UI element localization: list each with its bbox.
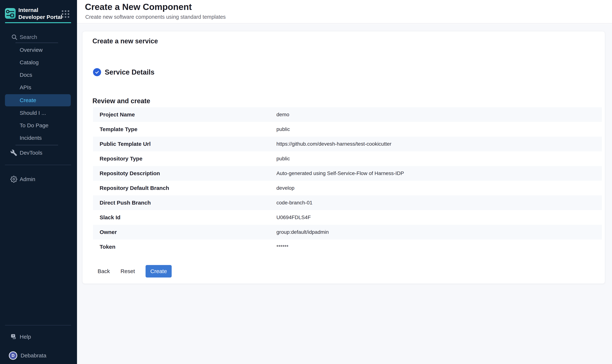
card-title: Create a new service (93, 37, 158, 45)
step-service-details[interactable]: Service Details (93, 68, 154, 76)
divider (5, 325, 71, 325)
sidebar-item-should-i[interactable]: Should I ... (0, 107, 77, 119)
table-row: Repository Type public (93, 151, 602, 166)
sidebar-item-admin[interactable]: Admin (0, 173, 77, 185)
divider (15, 43, 58, 43)
sidebar-item-overview[interactable]: Overview (0, 44, 77, 56)
reset-button[interactable]: Reset (120, 268, 135, 274)
sidebar-item-create-selected[interactable]: Create (0, 94, 77, 106)
table-row: Project Name demo (93, 107, 602, 122)
wrench-icon (10, 149, 17, 156)
form-actions: Back Reset Create (98, 265, 172, 277)
sidebar-item-apis[interactable]: APIs (0, 81, 77, 94)
sidebar-user[interactable]: D Debabrata (0, 349, 77, 363)
sidebar-accent-divider (5, 22, 71, 23)
help-chat-icon: ? (10, 333, 17, 340)
sidebar-item-catalog[interactable]: Catalog (0, 56, 77, 69)
table-row: Direct Push Branch code-branch-01 (93, 195, 602, 210)
table-row: Owner group:default/idpadmin (93, 225, 602, 239)
sidebar-item-incidents[interactable]: Incidents (0, 132, 77, 144)
page-title: Create a New Component (85, 2, 192, 12)
table-row: Token ****** (93, 239, 602, 254)
avatar: D (9, 351, 17, 360)
user-name: Debabrata (21, 352, 46, 359)
search-placeholder: Search (20, 34, 37, 40)
apps-grid-icon[interactable] (62, 10, 70, 18)
page-header: Create a New Component Create new softwa… (77, 0, 612, 24)
sidebar-item-devtools[interactable]: DevTools (0, 146, 77, 159)
brand-title: Internal Developer Portal (18, 7, 63, 21)
sidebar: Internal Developer Portal Search Overvie… (0, 0, 77, 364)
content-area: Create a new service Service Details Rev… (77, 24, 612, 364)
svg-text:?: ? (12, 334, 14, 337)
create-service-card: Create a new service Service Details Rev… (82, 31, 605, 284)
review-heading: Review and create (93, 97, 150, 105)
back-button[interactable]: Back (98, 268, 110, 274)
table-row: Template Type public (93, 122, 602, 137)
review-table: Project Name demo Template Type public P… (93, 107, 602, 254)
table-row: Repositoty Description Auto-generated us… (93, 166, 602, 181)
sidebar-item-help[interactable]: ? Help (0, 331, 77, 343)
divider (5, 165, 71, 165)
check-icon (93, 68, 101, 76)
gear-icon (10, 176, 17, 183)
table-row: Public Template Url https://github.com/d… (93, 137, 602, 151)
table-row: Slack Id U0694FDLS4F (93, 210, 602, 225)
portal-logo-icon (5, 8, 16, 19)
selected-item-highlight (5, 94, 71, 106)
sidebar-search[interactable]: Search (0, 31, 77, 43)
divider (15, 145, 58, 145)
search-icon (11, 34, 18, 40)
page-subtitle: Create new software components using sta… (85, 14, 226, 20)
step-label: Service Details (105, 68, 154, 76)
sidebar-item-docs[interactable]: Docs (0, 69, 77, 81)
table-row: Repository Default Branch develop (93, 181, 602, 195)
sidebar-item-to-do-page[interactable]: To Do Page (0, 119, 77, 132)
create-button[interactable]: Create (146, 265, 172, 277)
app: Internal Developer Portal Search Overvie… (0, 0, 612, 364)
